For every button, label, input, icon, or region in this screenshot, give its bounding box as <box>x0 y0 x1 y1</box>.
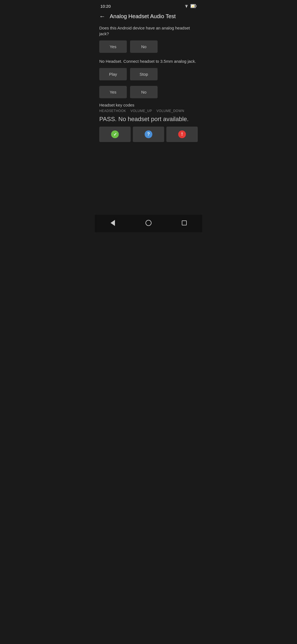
nav-back-button[interactable] <box>106 218 120 228</box>
page-title: Analog Headset Audio Test <box>110 13 176 20</box>
jack-no-button[interactable]: No <box>130 40 158 53</box>
fail-result-button[interactable]: ! <box>166 127 198 142</box>
info-icon: ? <box>145 130 152 138</box>
headset-key-section: Headset key codes HEADSETHOOK VOLUME_UP … <box>99 103 198 123</box>
status-time: 10:20 <box>100 4 111 9</box>
result-action-buttons: ✓ ? ! <box>99 127 198 142</box>
info-result-button[interactable]: ? <box>133 127 164 142</box>
toolbar: ← Analog Headset Audio Test <box>95 11 202 23</box>
svg-text:⚡: ⚡ <box>191 5 195 8</box>
nav-back-icon <box>111 220 115 226</box>
wifi-icon <box>184 4 189 8</box>
nav-recent-button[interactable] <box>177 218 191 228</box>
stop-button[interactable]: Stop <box>130 68 158 80</box>
result-no-button[interactable]: No <box>130 86 158 98</box>
nav-recent-icon <box>182 220 187 225</box>
jack-question-buttons: Yes No <box>99 40 198 53</box>
result-yes-button[interactable]: Yes <box>99 86 127 98</box>
nav-home-button[interactable] <box>142 218 155 228</box>
content-area: Does this Android device have an analog … <box>95 23 202 215</box>
key-code-vol-up: VOLUME_UP <box>131 109 152 113</box>
battery-icon: ⚡ <box>191 4 197 8</box>
play-button[interactable]: Play <box>99 68 127 80</box>
jack-question: Does this Android device have an analog … <box>99 25 198 37</box>
key-codes-row: HEADSETHOOK VOLUME_UP VOLUME_DOWN <box>99 109 198 113</box>
headset-key-title: Headset key codes <box>99 103 198 107</box>
pass-text: PASS. No headset port available. <box>99 116 198 123</box>
headset-info-text: No Headset. Connect headset to 3.5mm ana… <box>99 58 198 64</box>
status-icons: ⚡ <box>184 4 197 8</box>
result-yes-no-buttons: Yes No <box>99 86 198 98</box>
key-code-hook: HEADSETHOOK <box>99 109 126 113</box>
nav-bar <box>95 215 202 232</box>
status-bar: 10:20 ⚡ <box>95 0 202 11</box>
play-stop-buttons: Play Stop <box>99 68 198 80</box>
jack-yes-button[interactable]: Yes <box>99 40 127 53</box>
pass-result-button[interactable]: ✓ <box>99 127 131 142</box>
key-code-vol-down: VOLUME_DOWN <box>156 109 184 113</box>
pass-icon: ✓ <box>111 130 119 138</box>
back-button[interactable]: ← <box>99 13 105 20</box>
svg-point-0 <box>186 7 187 8</box>
nav-home-icon <box>145 220 152 226</box>
fail-icon: ! <box>178 130 186 138</box>
